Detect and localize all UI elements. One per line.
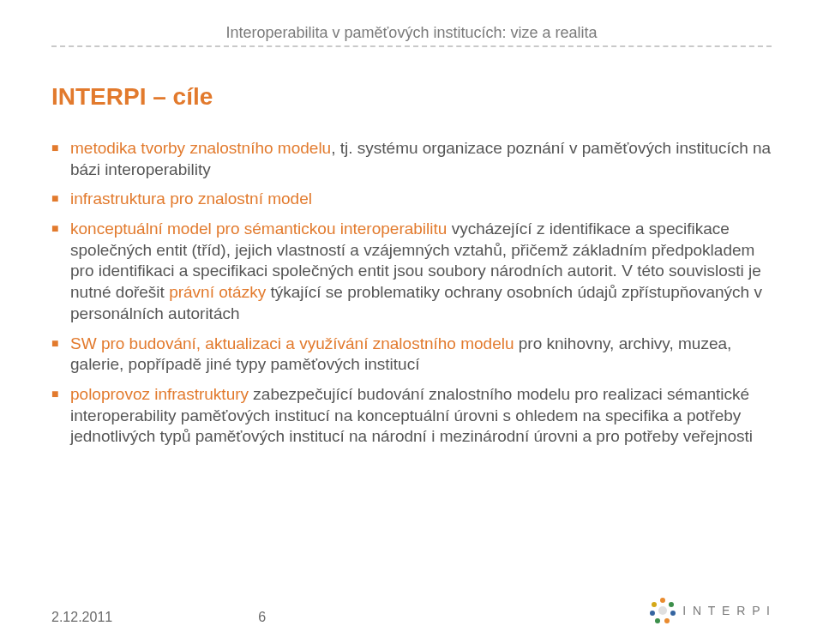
list-item: infrastruktura pro znalostní model	[51, 189, 772, 210]
list-item: poloprovoz infrastruktury zabezpečující …	[51, 384, 772, 448]
svg-point-3	[670, 611, 676, 616]
highlight-text: SW pro budování, aktualizaci a využívání…	[70, 334, 514, 352]
svg-point-5	[655, 618, 660, 623]
svg-point-7	[652, 602, 657, 607]
bullet-list: metodika tvorby znalostního modelu, tj. …	[51, 138, 772, 448]
footer-date: 2.12.2011	[51, 610, 112, 625]
list-item: metodika tvorby znalostního modelu, tj. …	[51, 138, 772, 180]
logo: I N T E R P I	[648, 596, 772, 625]
svg-point-6	[650, 611, 655, 616]
footer-page-number: 6	[258, 610, 266, 625]
highlight-text: konceptuální model pro sémantickou inter…	[70, 220, 447, 238]
header-title: Interoperabilita v paměťových institucíc…	[51, 24, 772, 42]
footer: 2.12.2011 6 I N T E R P I	[51, 596, 772, 625]
svg-point-4	[664, 618, 670, 623]
highlight-text: infrastruktura pro znalostní model	[70, 190, 312, 208]
divider	[51, 45, 772, 47]
highlight-text: poloprovoz infrastruktury	[70, 385, 249, 403]
slide-page: Interoperabilita v paměťových institucíc…	[0, 0, 823, 644]
svg-point-0	[658, 606, 667, 615]
logo-text: I N T E R P I	[682, 604, 772, 617]
list-item: konceptuální model pro sémantickou inter…	[51, 219, 772, 324]
page-title: INTERPI – cíle	[51, 83, 772, 111]
list-item: SW pro budování, aktualizaci a využívání…	[51, 334, 772, 376]
highlight-text: metodika tvorby znalostního modelu	[70, 139, 331, 157]
svg-point-2	[669, 602, 674, 607]
logo-icon	[648, 596, 677, 625]
highlight-text: právní otázky	[169, 283, 266, 301]
svg-point-1	[660, 598, 665, 603]
